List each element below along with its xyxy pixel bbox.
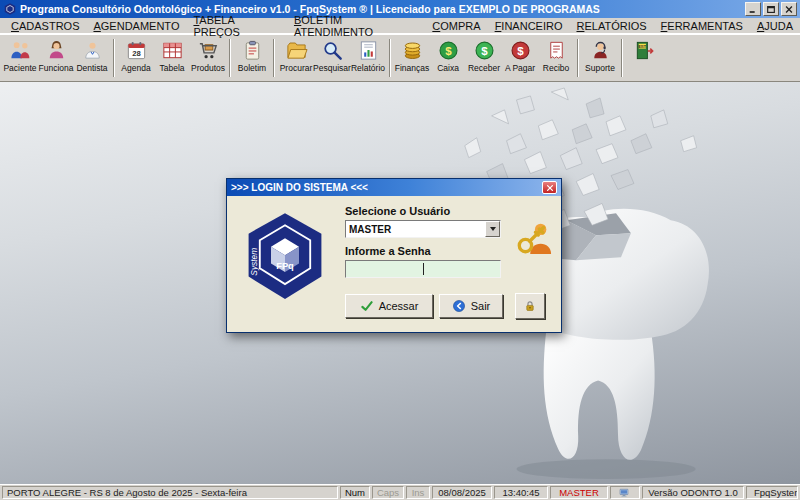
dialog-close-button[interactable] [542, 181, 557, 194]
toolbar-tabela[interactable]: Tabela [154, 36, 190, 80]
toolbar-receber[interactable]: $ Receber [466, 36, 502, 80]
menu-relatorios[interactable]: RELATÓRIOS [569, 19, 653, 33]
status-time: 13:40:45 [494, 486, 548, 499]
receive-icon: $ [473, 39, 496, 62]
toolbar-agenda[interactable]: 28 Agenda [118, 36, 154, 80]
dentist-icon [81, 39, 104, 62]
menu-financeiro[interactable]: FINANCEIRO [488, 19, 570, 33]
status-caps-lock: Caps [372, 486, 404, 499]
key-user-icon [515, 218, 553, 256]
patients-icon [9, 39, 32, 62]
calendar-icon: 28 [125, 39, 148, 62]
back-arrow-icon [452, 299, 466, 313]
access-button[interactable]: Acessar [345, 294, 433, 318]
status-location-date: PORTO ALEGRE - RS 8 de Agosto de 2025 - … [2, 486, 338, 499]
toolbar-boletim[interactable]: Boletim [234, 36, 270, 80]
status-insert: Ins [406, 486, 430, 499]
exit-icon: EXIT [633, 39, 656, 62]
menu-tabela-precos[interactable]: TABELA PREÇOS [186, 13, 287, 39]
toolbar-dentista[interactable]: Dentista [74, 36, 110, 80]
status-system [610, 486, 640, 499]
logo-system-text: System [249, 248, 259, 276]
toolbar-separator [621, 39, 623, 77]
logo-letters: FPq [276, 261, 294, 271]
toolbar-produtos[interactable]: Produtos [190, 36, 226, 80]
status-date: 08/08/2025 [432, 486, 492, 499]
products-icon [197, 39, 220, 62]
bulletin-icon [241, 39, 264, 62]
exit-button[interactable]: Sair [439, 294, 503, 318]
toolbar: Paciente Funciona Dentista 28 Agenda Tab… [0, 34, 800, 82]
computer-icon [618, 487, 630, 498]
support-icon [589, 39, 612, 62]
app-window: Programa Consultório Odontológico + Fina… [0, 0, 800, 500]
user-select-value: MASTER [346, 221, 485, 237]
folder-search-icon [285, 39, 308, 62]
lock-icon [523, 299, 537, 313]
finances-icon [401, 39, 424, 62]
fpqsystem-logo: FPq System [243, 208, 327, 306]
menu-ferramentas[interactable]: FERRAMENTAS [654, 19, 750, 33]
report-icon [357, 39, 380, 62]
combo-dropdown-button[interactable] [485, 221, 500, 237]
toolbar-a-pagar[interactable]: $ A Pagar [502, 36, 538, 80]
table-icon [161, 39, 184, 62]
toolbar-separator [229, 39, 231, 77]
pay-icon: $ [509, 39, 532, 62]
toolbar-procurar[interactable]: Procurar [278, 36, 314, 80]
toolbar-suporte[interactable]: Suporte [582, 36, 618, 80]
toolbar-financas[interactable]: Finanças [394, 36, 430, 80]
menu-ajuda[interactable]: AJUDA [750, 19, 800, 33]
check-icon [360, 299, 374, 313]
magnifier-icon [321, 39, 344, 62]
cash-icon: $ [437, 39, 460, 62]
svg-text:$: $ [481, 45, 488, 57]
svg-text:EXIT: EXIT [638, 45, 647, 49]
toolbar-funciona[interactable]: Funciona [38, 36, 74, 80]
status-bar: PORTO ALEGRE - RS 8 de Agosto de 2025 - … [0, 484, 800, 500]
app-icon [3, 2, 17, 16]
minimize-button[interactable] [745, 2, 761, 16]
toolbar-recibo[interactable]: Recibo [538, 36, 574, 80]
menu-cadastros[interactable]: CADASTROS [4, 19, 86, 33]
user-select-label: Selecione o Usuário [345, 205, 450, 217]
toolbar-caixa[interactable]: $ Caixa [430, 36, 466, 80]
staff-icon [45, 39, 68, 62]
toolbar-separator [577, 39, 579, 77]
login-dialog-title: >>> LOGIN DO SISTEMA <<< [231, 182, 368, 193]
desktop-area: >>> LOGIN DO SISTEMA <<< FPq System Sele… [0, 82, 800, 484]
svg-text:$: $ [517, 45, 524, 57]
window-controls [745, 2, 797, 16]
login-dialog-titlebar: >>> LOGIN DO SISTEMA <<< [227, 179, 561, 196]
status-user: MASTER [550, 486, 608, 499]
menu-compra[interactable]: COMPRA [425, 19, 487, 33]
status-version: Versão ODONTO 1.0 [642, 486, 744, 499]
user-select[interactable]: MASTER [345, 220, 501, 238]
access-button-label: Acessar [379, 300, 419, 312]
toolbar-separator [113, 39, 115, 77]
svg-text:$: $ [445, 45, 452, 57]
toolbar-sair[interactable]: EXIT [626, 36, 662, 80]
status-brand: FpqSystem [746, 486, 798, 499]
exit-button-label: Sair [471, 300, 491, 312]
chevron-down-icon [490, 227, 496, 231]
text-caret [423, 263, 424, 275]
login-dialog-body: FPq System Selecione o Usuário MASTER In… [227, 196, 561, 332]
menu-bar: CADASTROSAGENDAMENTOTABELA PREÇOSBOLETIM… [0, 18, 800, 34]
toolbar-separator [273, 39, 275, 77]
receipt-icon [545, 39, 568, 62]
toolbar-pesquisar[interactable]: Pesquisar [314, 36, 350, 80]
menu-boletim-atendimento[interactable]: BOLETIM ATENDIMENTO [287, 13, 425, 39]
toolbar-relatorio[interactable]: Relatório [350, 36, 386, 80]
login-dialog: >>> LOGIN DO SISTEMA <<< FPq System Sele… [226, 178, 562, 333]
maximize-button[interactable] [763, 2, 779, 16]
close-button[interactable] [781, 2, 797, 16]
lock-button[interactable] [515, 293, 545, 319]
password-label: Informe a Senha [345, 245, 431, 257]
toolbar-separator [389, 39, 391, 77]
svg-text:28: 28 [132, 49, 141, 58]
toolbar-paciente[interactable]: Paciente [2, 36, 38, 80]
menu-agendamento[interactable]: AGENDAMENTO [86, 19, 186, 33]
status-num-lock: Num [340, 486, 370, 499]
password-input[interactable] [345, 260, 501, 278]
